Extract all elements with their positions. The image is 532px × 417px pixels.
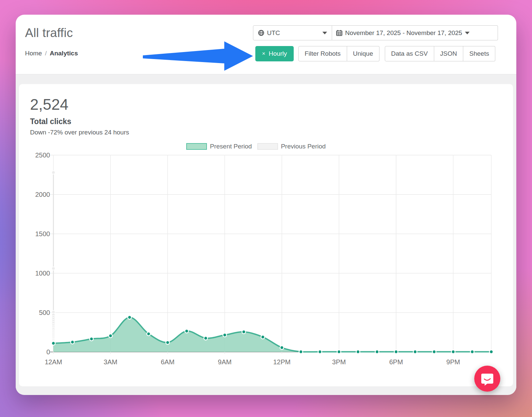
data-point[interactable] (490, 350, 493, 354)
data-point[interactable] (280, 346, 284, 350)
total-clicks-label: Total clicks (30, 117, 71, 126)
x-axis-label: 9PM (446, 358, 460, 366)
breadcrumb: Home/Analytics (25, 50, 78, 57)
data-point[interactable] (261, 335, 265, 339)
total-clicks-value: 2,524 (30, 95, 68, 113)
x-axis-label: 9AM (218, 358, 232, 366)
data-point[interactable] (451, 350, 455, 354)
x-axis-label: 3AM (104, 358, 117, 366)
chevron-down-icon (465, 32, 470, 34)
filter-button-group: Filter Robots Unique (298, 46, 379, 61)
annotation-arrow (143, 40, 254, 73)
data-point[interactable] (90, 337, 93, 341)
traffic-area-chart: 0500100015002000250012AM3AM6AM9AM12PM3PM… (19, 138, 513, 375)
export-button-group: Data as CSV JSON Sheets (385, 46, 496, 61)
data-point[interactable] (299, 350, 303, 354)
data-point[interactable] (204, 336, 208, 340)
previous-period-point (52, 171, 55, 174)
x-axis-label: 12PM (273, 358, 290, 366)
toolbar-buttons: × Hourly Filter Robots Unique Data as CS… (255, 46, 495, 61)
globe-icon (258, 30, 264, 36)
sheets-button[interactable]: Sheets (463, 46, 495, 61)
data-point[interactable] (356, 350, 360, 354)
data-point[interactable] (52, 342, 55, 345)
data-point[interactable] (223, 333, 227, 337)
data-point[interactable] (394, 350, 398, 354)
x-axis-labels: 12AM3AM6AM9AM12PM3PM6PM9PM (45, 358, 460, 366)
data-point[interactable] (413, 350, 417, 354)
data-point[interactable] (128, 316, 131, 319)
hourly-filter-button[interactable]: × Hourly (255, 46, 294, 61)
data-point[interactable] (242, 330, 246, 334)
present-period-swatch (186, 143, 207, 150)
data-point[interactable] (432, 350, 436, 354)
data-point[interactable] (166, 341, 170, 344)
data-point[interactable] (318, 350, 322, 354)
previous-period-series (52, 171, 55, 352)
present-period-area (53, 317, 491, 352)
y-axis-label: 500 (39, 309, 50, 316)
timezone-date-group: UTC November 17, 2025 - November 17, 202… (253, 25, 498, 40)
date-range-picker[interactable]: November 17, 2025 - November 17, 2025 (332, 25, 498, 40)
chevron-down-icon (322, 32, 327, 34)
data-point[interactable] (71, 340, 74, 344)
x-axis-label: 6PM (389, 358, 403, 366)
y-axis-label: 2000 (35, 191, 50, 198)
filter-robots-button[interactable]: Filter Robots (298, 46, 347, 61)
chart-legend: Present Period Previous Period (186, 143, 326, 150)
json-button[interactable]: JSON (434, 46, 464, 61)
unique-button[interactable]: Unique (347, 46, 379, 61)
hourly-filter-label: Hourly (269, 50, 287, 57)
arrow-shape (143, 41, 253, 71)
present-period-label: Present Period (210, 143, 252, 150)
x-axis-label: 12AM (45, 358, 62, 366)
traffic-chart-container: 0500100015002000250012AM3AM6AM9AM12PM3PM… (19, 138, 513, 375)
chat-bubble-icon (480, 372, 494, 386)
breadcrumb-home-link[interactable]: Home (25, 50, 42, 57)
data-point[interactable] (147, 332, 151, 336)
change-summary: Down -72% over previous 24 hours (30, 129, 129, 136)
page-title: All traffic (25, 26, 73, 40)
legend-item-previous[interactable]: Previous Period (257, 143, 326, 150)
date-range-value: November 17, 2025 - November 17, 2025 (345, 29, 462, 37)
calendar-icon (336, 30, 342, 36)
timezone-select[interactable]: UTC (253, 25, 332, 40)
data-point[interactable] (185, 329, 189, 333)
x-axis-label: 3PM (332, 358, 346, 366)
data-as-csv-button[interactable]: Data as CSV (385, 46, 434, 61)
previous-period-label: Previous Period (281, 143, 326, 150)
x-axis-label: 6AM (161, 358, 175, 366)
data-point[interactable] (375, 350, 379, 354)
data-point[interactable] (470, 350, 474, 354)
y-axis-label: 1500 (35, 230, 50, 238)
breadcrumb-separator: / (45, 50, 47, 57)
app-background: All traffic Home/Analytics UTC November … (0, 0, 532, 417)
chat-launcher-button[interactable] (474, 366, 500, 392)
breadcrumb-current: Analytics (50, 50, 78, 57)
previous-period-point (52, 267, 55, 270)
chart-gridlines: 05001000150020002500 (35, 151, 492, 356)
legend-item-present[interactable]: Present Period (186, 143, 252, 150)
data-point[interactable] (109, 334, 112, 338)
y-axis-label: 0 (46, 348, 50, 356)
data-point[interactable] (337, 350, 341, 354)
present-period-series (52, 316, 493, 354)
y-axis-label: 1000 (35, 270, 50, 277)
close-icon[interactable]: × (262, 50, 265, 57)
y-axis-label: 2500 (35, 151, 50, 159)
previous-period-swatch (257, 143, 278, 150)
timezone-value: UTC (267, 29, 280, 37)
